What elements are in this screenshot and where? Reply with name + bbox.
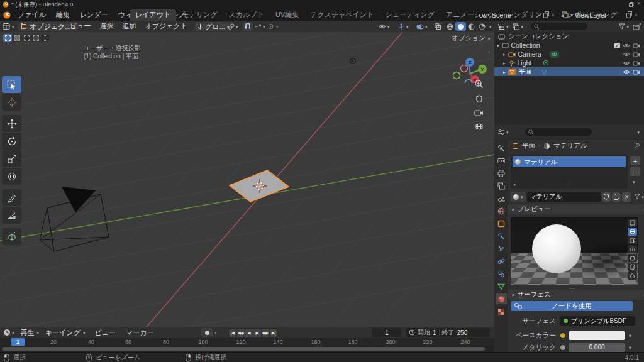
select-mode-intersect[interactable]	[41, 34, 50, 42]
use-nodes-button[interactable]: ノードを使用	[511, 301, 633, 311]
disable-render-camera-icon[interactable]	[633, 43, 640, 48]
material-specials-button[interactable]: ▾	[634, 194, 644, 200]
hide-eye-icon[interactable]	[623, 69, 630, 75]
menu-file[interactable]: ファイル	[13, 10, 51, 19]
copy-material-icon[interactable]	[612, 192, 621, 202]
tool-transform[interactable]	[2, 168, 21, 185]
viewlayer-selector[interactable]: ▾ ViewLayer ×	[562, 10, 638, 19]
menu-render[interactable]: レンダー	[75, 10, 113, 19]
tab-object-data[interactable]	[496, 281, 507, 292]
menu-edit[interactable]: 編集	[51, 10, 75, 19]
browse-material-button[interactable]: ▾	[511, 192, 526, 202]
timeline-view-menu[interactable]: ビュー	[91, 328, 121, 337]
menu-object[interactable]: オブジェクト	[141, 21, 192, 31]
editor-type-button[interactable]: ▾	[3, 22, 14, 31]
auto-keying-button[interactable]	[201, 328, 213, 337]
tool-select-box[interactable]	[2, 76, 21, 93]
tool-annotate[interactable]	[2, 189, 21, 206]
unlink-material-icon[interactable]: ×	[622, 192, 631, 202]
select-mode-extend[interactable]	[13, 34, 21, 42]
next-keyframe-button[interactable]: ◆▶	[262, 329, 269, 337]
tool-add-primitive[interactable]	[2, 228, 21, 245]
preview-fluid-button[interactable]	[628, 272, 637, 280]
fake-user-shield-icon[interactable]	[602, 192, 611, 202]
tool-measure[interactable]	[2, 207, 21, 224]
shading-dropdown-caret[interactable]: ▾	[487, 25, 494, 29]
exclude-checkbox[interactable]: ✓	[614, 43, 620, 48]
outliner-row-camera[interactable]: ▸ Camera	[494, 50, 644, 58]
breadcrumb-data[interactable]: マテリアル	[553, 141, 587, 150]
playback-menu[interactable]: 再生▾	[19, 328, 40, 337]
timeline-marker-menu[interactable]: マーカー	[121, 328, 158, 337]
preview-section-header[interactable]: ▾ プレビュー ····	[508, 204, 644, 214]
expand-arrow-icon[interactable]: ▸	[503, 52, 506, 57]
mesh-data-icon[interactable]: ▽	[542, 69, 547, 75]
slot-list-expand-icon[interactable]: ▸	[514, 182, 516, 187]
expand-arrow-icon[interactable]: ▾	[497, 43, 499, 48]
select-mode-subtract[interactable]	[22, 34, 31, 42]
tab-physics[interactable]	[496, 256, 507, 266]
new-viewlayer-icon[interactable]	[626, 11, 633, 18]
expand-arrow-icon[interactable]: ▸	[503, 61, 506, 65]
hide-eye-icon[interactable]	[623, 60, 630, 66]
surface-section-header[interactable]: ▾ サーフェス ····	[508, 290, 644, 300]
pin-icon[interactable]	[536, 12, 541, 18]
tab-modifiers[interactable]	[496, 231, 507, 241]
shading-wireframe-button[interactable]	[445, 22, 455, 31]
preview-hair-button[interactable]	[628, 245, 637, 253]
shading-material-button[interactable]	[466, 22, 477, 31]
properties-editor-type-button[interactable]: ▾	[497, 129, 509, 136]
end-value[interactable]: 250	[457, 329, 468, 336]
disable-render-camera-icon[interactable]	[633, 52, 640, 57]
blender-menu-logo-icon[interactable]	[3, 11, 11, 19]
tab-uv-editing[interactable]: UV編集	[270, 9, 304, 21]
tab-texture[interactable]	[496, 306, 507, 317]
remove-viewlayer-icon[interactable]: ×	[635, 12, 638, 18]
menu-view[interactable]: ビュー	[65, 21, 96, 31]
slot-specials-caret[interactable]: ▾	[633, 180, 635, 184]
timeline-editor-type-button[interactable]: ▾	[3, 329, 14, 336]
options-dropdown[interactable]: オプション ▾	[452, 34, 490, 43]
jump-to-end-button[interactable]: ▶|	[270, 329, 277, 337]
base-color-swatch[interactable]	[569, 331, 625, 340]
transform-orientation-dropdown[interactable]: グロ... ▾	[195, 22, 231, 31]
play-reverse-button[interactable]: ◀	[245, 329, 253, 337]
add-slot-button[interactable]: +	[630, 156, 640, 165]
timeline-ruler[interactable]: 20 40 60 80 100 120 140 160 180 200 220 …	[0, 338, 494, 346]
object-visibility-dropdown[interactable]: ▾	[378, 22, 390, 31]
decorate-keyframe-dot[interactable]	[629, 334, 631, 337]
new-scene-icon[interactable]	[543, 11, 550, 18]
tool-cursor[interactable]	[2, 94, 21, 111]
overlays-dropdown[interactable]: ▾	[416, 22, 428, 31]
gizmo-z-neg[interactable]	[465, 80, 472, 84]
prev-keyframe-button[interactable]: ◀◆	[237, 329, 245, 337]
outliner-row-collection[interactable]: ▾ Collection ✓	[494, 41, 644, 50]
proportional-editing-dropdown[interactable]: ▾	[254, 22, 265, 31]
outliner-display-mode-button[interactable]: ▾	[513, 23, 524, 30]
outliner-row-light[interactable]: ▸ Light	[494, 58, 644, 67]
play-button[interactable]: ▶	[253, 329, 261, 337]
shading-rendered-button[interactable]	[477, 22, 487, 31]
shading-solid-button[interactable]	[455, 22, 466, 31]
preview-cube-button[interactable]	[628, 236, 637, 244]
resize-grip[interactable]: ····	[565, 182, 570, 188]
menu-add[interactable]: 追加	[118, 21, 141, 31]
navigation-gizmo[interactable]: Z Y X	[448, 43, 492, 83]
properties-search-input[interactable]	[525, 128, 592, 136]
snap-magnet-toggle[interactable]	[243, 22, 253, 31]
menu-select[interactable]: 選択	[96, 21, 118, 31]
tab-output[interactable]	[496, 168, 507, 178]
tab-texture-paint[interactable]: テクスチャペイント	[304, 9, 379, 21]
scene-selector[interactable]: ▾ Scene ×	[479, 10, 555, 19]
disable-render-camera-icon[interactable]	[633, 69, 640, 75]
decorate-keyframe-dot[interactable]	[629, 346, 631, 349]
outliner-row-scene-collection[interactable]: シーンコレクション	[494, 32, 644, 41]
pan-hand-icon[interactable]	[475, 94, 484, 103]
tab-render[interactable]	[496, 155, 507, 166]
tool-scale[interactable]	[2, 150, 21, 167]
tool-move[interactable]	[2, 115, 21, 132]
preview-shaderball-button[interactable]	[628, 254, 637, 262]
material-name-field[interactable]: マテリアル	[527, 192, 601, 202]
snap-target-dropdown[interactable]: ▾	[228, 22, 238, 31]
remove-slot-button[interactable]: −	[630, 167, 640, 176]
